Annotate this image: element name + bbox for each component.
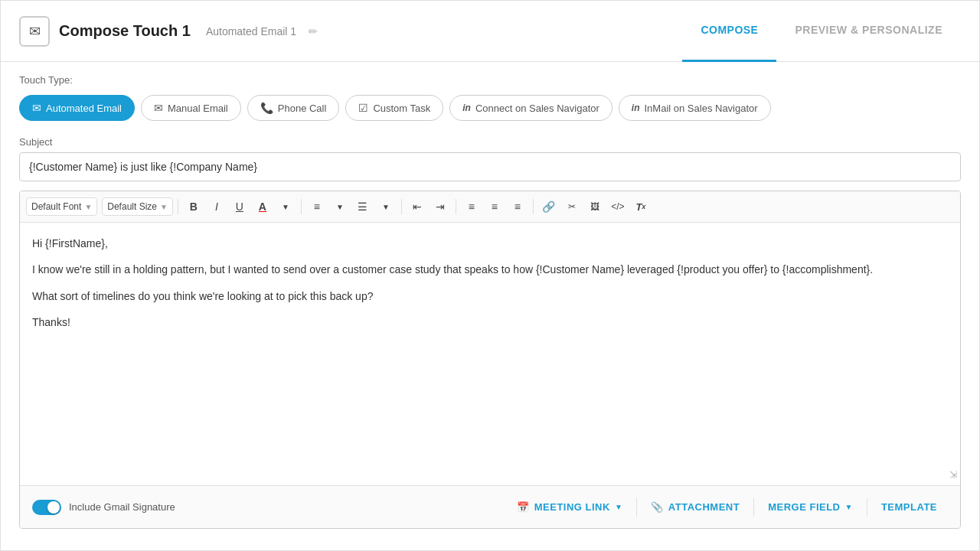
- touch-btn-manual-email[interactable]: ✉ Manual Email: [141, 95, 241, 121]
- align-center-button[interactable]: ≡: [484, 196, 505, 217]
- editor-container: Default Font ▼ Default Size ▼ B I U A ▼ …: [19, 191, 961, 529]
- touch-type-label: Touch Type:: [19, 74, 961, 86]
- toolbar-separator-1: [178, 199, 178, 214]
- footer-left: Include Gmail Signature: [32, 500, 175, 515]
- align-left-button[interactable]: ≡: [461, 196, 482, 217]
- compose-icon: ✉: [19, 16, 50, 47]
- touch-type-buttons: ✉ Automated Email ✉ Manual Email 📞 Phone…: [19, 95, 961, 121]
- template-button[interactable]: TEMPLATE: [871, 495, 948, 519]
- edit-icon[interactable]: ✏: [309, 25, 318, 37]
- align-right-button[interactable]: ≡: [507, 196, 528, 217]
- editor-toolbar: Default Font ▼ Default Size ▼ B I U A ▼ …: [20, 191, 960, 223]
- page-title: Compose Touch 1: [59, 22, 191, 40]
- snippet-button[interactable]: ✂: [561, 196, 583, 217]
- unordered-list-dropdown[interactable]: ▼: [375, 196, 397, 217]
- touch-btn-custom-task[interactable]: ☑ Custom Task: [345, 95, 443, 121]
- editor-line-3: What sort of timelines do you think we'r…: [32, 288, 948, 305]
- toolbar-separator-4: [456, 199, 456, 214]
- toolbar-separator-3: [401, 199, 402, 214]
- linkedin-inmail-icon: in: [632, 103, 640, 113]
- font-family-select[interactable]: Default Font ▼: [26, 197, 97, 216]
- tab-preview-personalize[interactable]: PREVIEW & PERSONALIZE: [776, 1, 961, 62]
- attachment-button[interactable]: 📎 ATTACHMENT: [640, 495, 750, 519]
- meeting-link-dropdown-arrow: ▼: [615, 503, 622, 511]
- subject-label: Subject: [19, 136, 961, 148]
- subject-section: Subject: [1, 133, 979, 191]
- italic-button[interactable]: I: [206, 196, 227, 217]
- footer-right: 📅 MEETING LINK ▼ 📎 ATTACHMENT MERGE FIEL…: [506, 495, 948, 519]
- touch-btn-connect-sales-nav[interactable]: in Connect on Sales Navigator: [449, 95, 612, 121]
- gmail-signature-toggle[interactable]: [32, 500, 61, 515]
- header-left: ✉ Compose Touch 1 Automated Email 1 ✏: [19, 16, 318, 47]
- ordered-list-dropdown[interactable]: ▼: [329, 196, 351, 217]
- font-family-dropdown-arrow: ▼: [84, 203, 92, 211]
- image-button[interactable]: 🖼: [584, 196, 606, 217]
- underline-button[interactable]: U: [229, 196, 250, 217]
- editor-body[interactable]: Hi {!FirstName}, I know we're still in a…: [20, 223, 960, 485]
- toolbar-separator-2: [301, 199, 302, 214]
- tab-compose[interactable]: COMPOSE: [682, 1, 776, 62]
- automated-email-icon: ✉: [32, 102, 41, 114]
- touch-type-section: Touch Type: ✉ Automated Email ✉ Manual E…: [1, 62, 979, 133]
- clear-format-button[interactable]: Tx: [630, 196, 652, 217]
- merge-field-dropdown-arrow: ▼: [845, 503, 853, 511]
- font-size-dropdown-arrow: ▼: [160, 203, 168, 211]
- outdent-button[interactable]: ⇤: [407, 196, 428, 217]
- phone-icon: 📞: [260, 102, 273, 114]
- page-subtitle: Automated Email 1: [206, 25, 296, 37]
- attachment-icon: 📎: [651, 501, 664, 513]
- manual-email-icon: ✉: [154, 102, 163, 114]
- footer-separator-1: [636, 498, 637, 517]
- editor-line-2: I know we're still in a holding pattern,…: [32, 261, 948, 278]
- editor-line-4: Thanks!: [32, 314, 948, 331]
- font-color-button[interactable]: A: [252, 196, 273, 217]
- touch-btn-phone-call[interactable]: 📞 Phone Call: [247, 95, 340, 121]
- merge-field-button[interactable]: MERGE FIELD ▼: [757, 495, 864, 519]
- ordered-list-button[interactable]: ≡: [306, 196, 328, 217]
- font-size-select[interactable]: Default Size ▼: [102, 197, 173, 216]
- toggle-knob: [47, 501, 60, 514]
- toolbar-separator-5: [533, 199, 534, 214]
- touch-btn-inmail-sales-nav[interactable]: in InMail on Sales Navigator: [619, 95, 771, 121]
- source-button[interactable]: </>: [607, 196, 629, 217]
- outer-footer: [1, 529, 979, 550]
- gmail-signature-label: Include Gmail Signature: [69, 501, 175, 513]
- footer-separator-2: [753, 498, 754, 517]
- indent-button[interactable]: ⇥: [430, 196, 451, 217]
- linkedin-connect-icon: in: [462, 103, 471, 113]
- touch-btn-automated-email[interactable]: ✉ Automated Email: [19, 95, 135, 121]
- editor-line-1: Hi {!FirstName},: [32, 235, 948, 252]
- task-icon: ☑: [358, 102, 368, 114]
- calendar-icon: 📅: [517, 501, 530, 513]
- envelope-icon: ✉: [29, 23, 41, 40]
- bold-button[interactable]: B: [183, 196, 204, 217]
- link-button[interactable]: 🔗: [538, 196, 560, 217]
- editor-footer: Include Gmail Signature 📅 MEETING LINK ▼…: [20, 485, 960, 528]
- resize-handle[interactable]: ⇲: [949, 468, 957, 482]
- header: ✉ Compose Touch 1 Automated Email 1 ✏ CO…: [1, 1, 979, 62]
- footer-separator-3: [867, 498, 867, 517]
- unordered-list-button[interactable]: ☰: [352, 196, 374, 217]
- subject-input[interactable]: [19, 152, 961, 181]
- meeting-link-button[interactable]: 📅 MEETING LINK ▼: [506, 495, 633, 519]
- header-nav: COMPOSE PREVIEW & PERSONALIZE: [682, 1, 961, 62]
- font-color-dropdown[interactable]: ▼: [275, 196, 296, 217]
